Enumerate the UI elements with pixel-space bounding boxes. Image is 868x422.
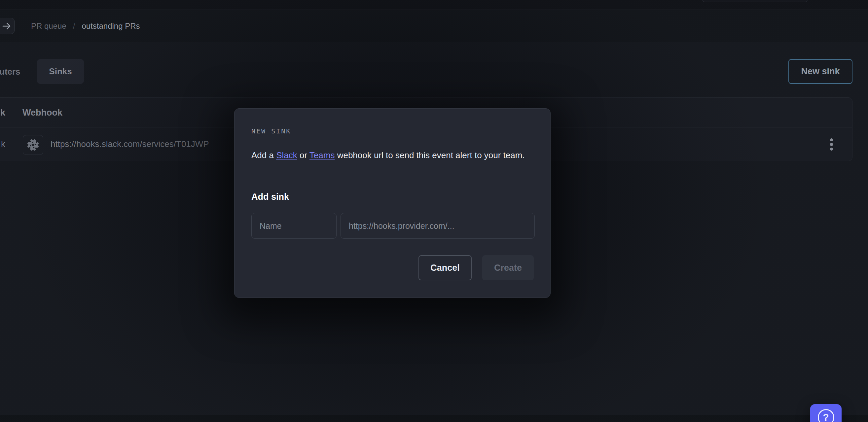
breadcrumb-separator: / [73, 22, 75, 31]
tab-sinks-label: Sinks [49, 66, 72, 76]
new-sink-modal: NEW SINK Add a Slack or Teams webhook ur… [234, 108, 551, 298]
sink-form [251, 213, 535, 239]
new-sink-button[interactable]: New sink [788, 59, 852, 84]
create-button[interactable]: Create [482, 255, 534, 280]
cancel-button[interactable]: Cancel [418, 255, 472, 280]
breadcrumb: PR queue / outstanding PRs [31, 10, 140, 42]
top-partial-control[interactable] [702, 0, 809, 2]
breadcrumb-item-pr-queue[interactable]: PR queue [31, 22, 66, 31]
arrow-right-icon [2, 21, 11, 31]
teams-link[interactable]: Teams [309, 150, 335, 160]
description-prefix: Add a [251, 150, 276, 160]
tab-sinks[interactable]: Sinks [37, 59, 84, 84]
app-root: PR queue / outstanding PRs uters Sinks N… [0, 0, 868, 422]
kebab-dot [830, 138, 833, 141]
tab-routers-partial[interactable]: uters [0, 67, 21, 77]
sink-name-input[interactable] [251, 213, 337, 239]
bottom-edge-shade [0, 415, 868, 422]
sink-name-cell-partial: k [1, 127, 5, 161]
kebab-dot [830, 148, 833, 151]
help-button[interactable]: ? [810, 404, 842, 422]
column-header-sink-partial: k [0, 98, 5, 127]
breadcrumb-bar: PR queue / outstanding PRs [0, 10, 868, 42]
slack-link[interactable]: Slack [276, 150, 297, 160]
webhook-url-cell: https://hooks.slack.com/services/T01JWP [51, 127, 209, 161]
column-header-webhook: Webhook [23, 98, 62, 127]
webhook-url-input[interactable] [341, 213, 535, 239]
top-bar [0, 0, 868, 10]
kebab-dot [830, 143, 833, 146]
add-sink-label: Add sink [251, 192, 289, 202]
modal-title: NEW SINK [251, 127, 291, 135]
modal-description: Add a Slack or Teams webhook url to send… [251, 148, 535, 162]
question-mark-glyph: ? [823, 412, 829, 422]
question-mark-icon: ? [818, 409, 834, 422]
sidebar-collapse-button[interactable] [0, 18, 14, 34]
breadcrumb-item-outstanding-prs[interactable]: outstanding PRs [82, 22, 140, 31]
description-suffix: webhook url to send this event alert to … [335, 150, 525, 160]
modal-actions: Cancel Create [418, 255, 534, 280]
slack-icon [27, 139, 39, 151]
sink-type-icon-box [23, 135, 43, 155]
description-middle: or [297, 150, 309, 160]
row-menu-button[interactable] [825, 135, 838, 154]
